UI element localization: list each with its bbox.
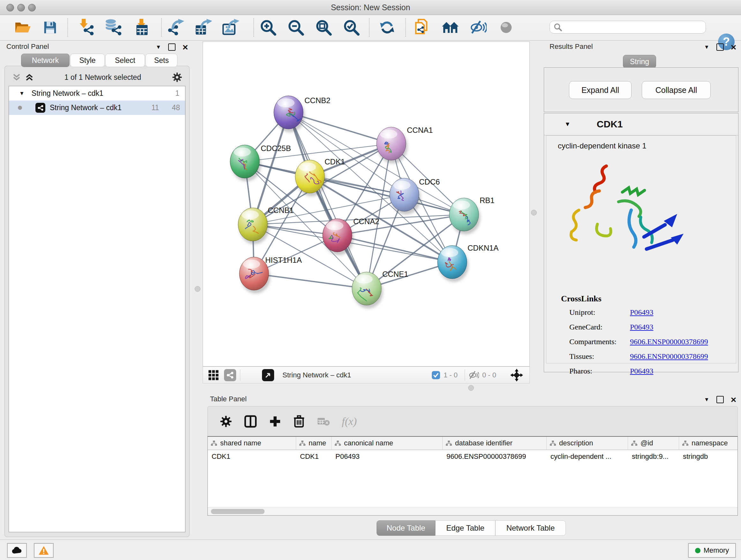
right-splitter-handle[interactable] bbox=[531, 210, 537, 215]
memory-button[interactable]: Memory bbox=[688, 543, 736, 558]
crosslink-link[interactable]: 9606.ENSP00000378699 bbox=[630, 337, 708, 346]
column-header-database-identifier[interactable]: database identifier bbox=[443, 437, 547, 449]
result-collapse-arrow[interactable]: ▼ bbox=[564, 121, 570, 128]
crosslink-link[interactable]: P06493 bbox=[630, 367, 653, 375]
tab-network-table[interactable]: Network Table bbox=[495, 520, 566, 536]
expand-all-button[interactable]: Expand All bbox=[569, 81, 631, 99]
import-network-from-database-button[interactable] bbox=[103, 17, 124, 37]
zoom-fit-button[interactable] bbox=[313, 17, 334, 37]
tab-select[interactable]: Select bbox=[105, 54, 145, 67]
tab-node-table[interactable]: Node Table bbox=[377, 520, 435, 536]
table-cell[interactable]: 9606.ENSP00000378699 bbox=[443, 450, 547, 463]
show-all-button[interactable] bbox=[495, 17, 517, 37]
export-image-button[interactable] bbox=[220, 17, 242, 37]
grid-view-icon[interactable] bbox=[208, 370, 219, 381]
collection-expand-arrow[interactable]: ▼ bbox=[19, 90, 24, 97]
control-panel-float-button[interactable] bbox=[168, 44, 176, 51]
crosslink-link[interactable]: 9606.ENSP00000378699 bbox=[630, 352, 708, 361]
collapse-all-button[interactable]: Collapse All bbox=[642, 81, 711, 99]
network-view-icon[interactable] bbox=[224, 369, 236, 381]
table-options-gear-icon[interactable] bbox=[220, 415, 232, 428]
open-session-button[interactable] bbox=[12, 17, 33, 37]
duplicate-network-button[interactable] bbox=[411, 17, 432, 37]
table-cell[interactable]: cyclin-dependent ... bbox=[547, 450, 628, 463]
crosslink-link[interactable]: P06493 bbox=[630, 308, 653, 317]
create-column-plus-icon[interactable] bbox=[269, 415, 281, 428]
network-node-CDC25B[interactable]: CDC25B bbox=[230, 144, 291, 181]
save-session-button[interactable] bbox=[40, 17, 61, 37]
zoom-out-button[interactable] bbox=[285, 17, 307, 37]
network-node-RB1[interactable]: RB1 bbox=[449, 196, 495, 234]
import-network-from-file-button[interactable] bbox=[76, 17, 97, 37]
delete-column-trash-icon[interactable] bbox=[293, 415, 305, 428]
show-columns-icon[interactable] bbox=[244, 415, 257, 428]
hidden-eye-slash-icon[interactable] bbox=[469, 370, 479, 380]
table-panel-float-button[interactable] bbox=[717, 396, 724, 403]
birds-eye-view-icon[interactable] bbox=[262, 369, 274, 381]
table-panel-close-button[interactable]: × bbox=[731, 396, 737, 402]
table-cell[interactable]: P06493 bbox=[332, 450, 443, 463]
results-panel-menu-button[interactable]: ▼ bbox=[704, 44, 710, 51]
column-header-namespace[interactable]: namespace bbox=[679, 437, 738, 449]
scrollbar-thumb[interactable] bbox=[211, 509, 265, 514]
tab-style[interactable]: Style bbox=[70, 54, 105, 67]
zoom-in-button[interactable] bbox=[258, 17, 279, 37]
bottom-splitter-handle[interactable] bbox=[468, 385, 474, 391]
expand-all-tree-icon[interactable] bbox=[25, 73, 33, 81]
import-table-from-file-button[interactable] bbox=[132, 17, 153, 37]
tab-string[interactable]: String bbox=[623, 55, 656, 68]
window-zoom-button[interactable] bbox=[28, 4, 36, 11]
table-horizontal-scrollbar[interactable] bbox=[208, 507, 738, 515]
network-collection-row[interactable]: ▼ String Network – cdk1 1 bbox=[9, 86, 185, 101]
network-node-HIST1H1A[interactable]: HIST1H1A bbox=[239, 256, 302, 294]
search-box[interactable] bbox=[549, 21, 706, 34]
network-options-gear-icon[interactable] bbox=[172, 72, 182, 82]
network-node-CCNE1[interactable]: CCNE1 bbox=[352, 270, 408, 308]
network-row-selected[interactable]: String Network – cdk1 11 48 bbox=[9, 101, 185, 115]
network-node-CDKN1A[interactable]: CDKN1A bbox=[437, 244, 498, 282]
crosslink-link[interactable]: P06493 bbox=[630, 323, 653, 331]
hide-selected-button[interactable] bbox=[468, 17, 489, 37]
column-header--id[interactable]: @id bbox=[628, 437, 679, 449]
network-node-CDK1[interactable]: CDK1 bbox=[295, 158, 345, 196]
column-header-shared-name[interactable]: shared name bbox=[208, 437, 296, 449]
collapse-all-tree-icon[interactable] bbox=[12, 73, 21, 81]
selected-checkbox-icon[interactable] bbox=[431, 371, 441, 380]
network-node-CCNB1[interactable]: CCNB1 bbox=[238, 206, 293, 244]
tab-edge-table[interactable]: Edge Table bbox=[435, 520, 495, 536]
network-node-CCNA2[interactable]: CCNA2 bbox=[323, 217, 379, 255]
tab-network[interactable]: Network bbox=[21, 54, 70, 67]
refresh-layout-button[interactable] bbox=[377, 17, 398, 37]
network-edge-HIST1H1A-CCNE1[interactable] bbox=[254, 273, 367, 289]
export-network-button[interactable] bbox=[165, 17, 186, 37]
table-panel-menu-button[interactable]: ▼ bbox=[704, 396, 710, 403]
control-panel-menu-button[interactable]: ▼ bbox=[156, 44, 161, 51]
cloud-status-button[interactable] bbox=[7, 543, 27, 558]
column-header-description[interactable]: description bbox=[547, 437, 628, 449]
network-canvas[interactable]: CCNB2CCNA1CDC25BCDK1CDC6RB1CCNB1CCNA2CDK… bbox=[203, 42, 530, 367]
left-splitter-handle[interactable] bbox=[195, 286, 200, 292]
table-cell[interactable]: stringdb bbox=[679, 450, 738, 463]
window-close-button[interactable] bbox=[6, 4, 14, 11]
tab-sets[interactable]: Sets bbox=[145, 54, 178, 67]
results-panel-float-button[interactable] bbox=[717, 44, 724, 51]
window-minimize-button[interactable] bbox=[17, 4, 25, 11]
pan-crosshair-icon[interactable] bbox=[510, 369, 523, 381]
results-panel-close-button[interactable]: × bbox=[731, 44, 737, 50]
table-cell[interactable]: CDK1 bbox=[208, 450, 296, 463]
search-input[interactable] bbox=[562, 23, 697, 31]
network-node-CCNA1[interactable]: CCNA1 bbox=[377, 126, 433, 164]
network-node-CCNB2[interactable]: CCNB2 bbox=[274, 96, 330, 132]
zoom-selected-button[interactable] bbox=[341, 17, 362, 37]
network-edge-CCNA2-CDKN1A[interactable] bbox=[337, 235, 452, 262]
table-row[interactable]: CDK1CDK1P064939606.ENSP00000378699cyclin… bbox=[208, 450, 738, 463]
first-neighbors-button[interactable] bbox=[440, 17, 461, 37]
column-header-name[interactable]: name bbox=[296, 437, 332, 449]
result-card-header[interactable]: ▼ CDK1 bbox=[544, 113, 738, 135]
control-panel-close-button[interactable]: × bbox=[183, 44, 188, 50]
table-cell[interactable]: CDK1 bbox=[296, 450, 332, 463]
column-header-canonical-name[interactable]: canonical name bbox=[332, 437, 443, 449]
warning-status-button[interactable] bbox=[34, 543, 54, 558]
export-table-button[interactable] bbox=[193, 17, 214, 37]
table-cell[interactable]: stringdb:9... bbox=[628, 450, 679, 463]
